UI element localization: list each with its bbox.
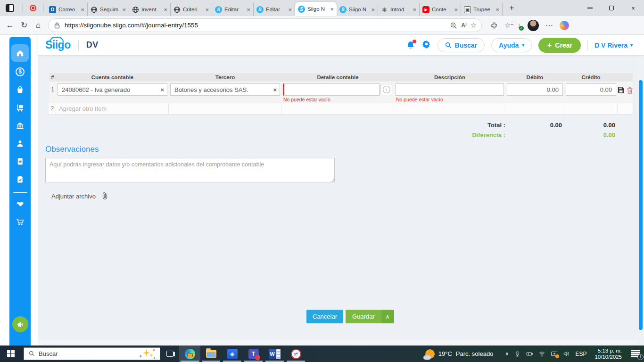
taskbar-word-button[interactable]: W (264, 346, 285, 362)
sidebar-item-store[interactable] (11, 214, 29, 230)
textarea-resize-handle[interactable] (331, 179, 334, 182)
sidebar-item-contacts[interactable] (11, 135, 29, 151)
browser-tab-siigo-active[interactable]: S Siigo N × (295, 2, 337, 16)
search-button[interactable]: Buscar (438, 38, 485, 52)
browser-tab-correo[interactable]: O Correo × (46, 3, 88, 16)
scrollbar-thumb[interactable] (639, 80, 643, 330)
sidebar-item-banks[interactable] (11, 117, 29, 133)
sidebar-item-home[interactable] (11, 44, 29, 62)
sidebar-item-alliances[interactable] (11, 196, 29, 212)
refresh-button[interactable]: ↻ (17, 20, 31, 30)
add-item-input[interactable] (56, 103, 168, 114)
help-button[interactable]: Ayuda ▾ (491, 38, 532, 52)
wifi-icon[interactable] (538, 350, 545, 357)
screen-share-icon[interactable] (551, 350, 558, 357)
collections-icon[interactable]: ☆ (504, 21, 511, 30)
weather-widget[interactable]: 19°C Parc. soleado (425, 349, 494, 359)
browser-tab-seguim[interactable]: Seguim × (88, 3, 129, 16)
create-button[interactable]: + Crear (538, 38, 581, 53)
browser-tab-editar-2[interactable]: S Editar × (254, 3, 295, 16)
siigo-logo[interactable]: Siigo (45, 39, 71, 51)
browser-tab-criteri[interactable]: Criteri × (171, 3, 212, 16)
downloads-icon[interactable]: ↓ ✓ (517, 21, 521, 29)
user-menu[interactable]: D V Rivera ▾ (594, 41, 633, 49)
tab-close-icon[interactable]: × (164, 7, 167, 13)
sidebar-item-tasks[interactable] (11, 171, 29, 187)
attach-file-control[interactable]: Adjuntar archivo (51, 192, 108, 201)
settings-gear-icon[interactable] (422, 40, 431, 50)
microphone-icon[interactable] (514, 350, 521, 357)
taskbar-snip-button[interactable]: ✂ (285, 346, 306, 362)
taskbar-explorer-button[interactable] (200, 346, 222, 362)
url-text[interactable]: https://siigonube.siigo.com/#/journal-en… (65, 22, 446, 29)
browser-tab-introd[interactable]: ∗ Introd × (378, 3, 420, 16)
browser-tab-conte[interactable]: ▶ Conte × (420, 3, 461, 16)
tab-close-icon[interactable]: × (205, 7, 209, 13)
browser-profile-avatar[interactable] (528, 20, 539, 31)
paperclip-icon[interactable] (101, 192, 108, 201)
new-tab-button[interactable]: + (509, 3, 514, 13)
zoom-level-icon[interactable] (450, 22, 457, 29)
favorite-star-icon[interactable]: ☆ (471, 21, 477, 30)
browser-menu-icon[interactable]: ⋯ (545, 21, 553, 30)
tab-close-icon[interactable]: × (413, 7, 416, 13)
save-row-icon[interactable] (618, 87, 624, 95)
news-megaphone-button[interactable] (12, 316, 28, 332)
tab-close-icon[interactable]: × (288, 7, 292, 13)
tab-close-icon[interactable]: × (454, 7, 458, 13)
notifications-bell-icon[interactable] (406, 41, 415, 50)
save-button[interactable]: Guardar (346, 310, 381, 323)
workspaces-icon[interactable] (6, 4, 14, 12)
language-indicator[interactable]: ESP (575, 351, 586, 357)
clear-tercero-icon[interactable]: × (273, 86, 277, 93)
observaciones-textarea[interactable] (45, 158, 335, 182)
address-bar[interactable]: https://siigonube.siigo.com/#/journal-en… (48, 18, 482, 32)
browser-tab-editar-1[interactable]: S Editar × (212, 3, 254, 16)
scrollbar-track[interactable] (638, 55, 644, 346)
start-button[interactable] (0, 346, 22, 362)
window-close-button[interactable]: × (622, 0, 644, 16)
tercero-input[interactable] (170, 83, 280, 96)
window-maximize-button[interactable] (601, 0, 622, 16)
read-aloud-icon[interactable]: A) (461, 22, 466, 29)
cancel-button[interactable]: Cancelar (306, 310, 343, 323)
extensions-icon[interactable] (490, 22, 498, 29)
detalle-lookup-button[interactable]: ↑ (380, 84, 392, 95)
taskbar-edge-button[interactable] (179, 346, 200, 362)
taskbar-search-box[interactable]: Buscar (24, 347, 160, 360)
sidebar-item-reports[interactable] (11, 153, 29, 169)
battery-icon[interactable] (526, 350, 533, 357)
clock[interactable]: 5:13 p. m. 10/10/2025 (594, 348, 622, 360)
action-center-icon[interactable]: 1 (631, 350, 640, 358)
window-minimize-button[interactable] (579, 0, 601, 16)
recording-indicator-icon[interactable] (30, 5, 36, 11)
speaker-icon[interactable] (563, 350, 570, 357)
copilot-icon[interactable] (560, 21, 569, 30)
back-button[interactable]: ← (3, 21, 17, 30)
save-options-button[interactable]: ∧ (381, 310, 394, 323)
cuenta-contable-input[interactable] (58, 83, 167, 96)
taskbar-devapp-button[interactable]: ◈ (222, 346, 243, 362)
home-button[interactable]: ⌂ (31, 21, 45, 30)
tab-close-icon[interactable]: × (81, 7, 84, 13)
task-view-button[interactable] (160, 346, 179, 362)
clear-cuenta-icon[interactable]: × (160, 86, 164, 93)
delete-row-icon[interactable] (627, 87, 633, 95)
credito-input[interactable] (566, 83, 616, 96)
browser-tab-siigo-2[interactable]: S Siigo N × (337, 3, 378, 16)
detalle-contable-input[interactable] (283, 83, 380, 96)
tray-chevron-up-icon[interactable]: ∧ (505, 351, 509, 357)
descripcion-input[interactable] (396, 83, 504, 96)
tab-close-icon[interactable]: × (495, 7, 499, 13)
sidebar-item-money[interactable]: $ (11, 64, 29, 80)
taskbar-teams-button[interactable]: T (243, 346, 264, 362)
tab-close-icon[interactable]: × (247, 7, 250, 13)
tab-close-icon[interactable]: × (330, 6, 334, 12)
browser-tab-trupee[interactable]: ▣ Trupee × (461, 3, 503, 16)
sidebar-item-purchases[interactable] (11, 82, 29, 98)
browser-tab-invent[interactable]: Invent × (129, 3, 171, 16)
debito-input[interactable] (507, 83, 563, 96)
sidebar-item-inventory[interactable] (11, 99, 29, 115)
tab-close-icon[interactable]: × (371, 7, 375, 13)
tab-close-icon[interactable]: × (122, 7, 126, 13)
